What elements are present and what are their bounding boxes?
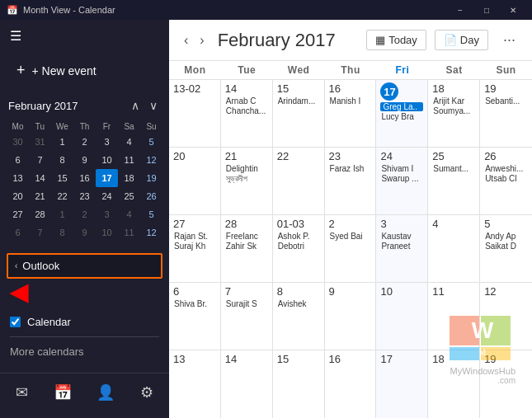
calendar-event[interactable]: Shiva Br. [173,299,216,308]
close-button[interactable]: ✕ [501,2,525,17]
mini-cal-cell[interactable]: 22 [51,187,73,205]
mini-cal-cell[interactable]: 1 [51,133,73,151]
calendar-event[interactable]: Rajan St. [173,232,216,241]
today-button[interactable]: ▦ Today [366,30,426,50]
mini-cal-nav[interactable]: ∧ ∨ [128,99,161,112]
title-bar-controls[interactable]: − □ ✕ [448,2,525,17]
prev-arrow[interactable]: ‹ [179,31,193,49]
calendar-event[interactable]: Shivam I [380,164,423,173]
mini-cal-cell[interactable]: 15 [51,169,73,187]
mini-cal-cell[interactable]: 2 [73,205,96,223]
calendar-event[interactable]: সুভ্রদীপ [225,174,268,184]
calendar-event[interactable]: Soumya... [432,106,475,115]
calendar-event[interactable]: Zahir Sk [225,242,268,251]
mini-cal-cell[interactable]: 30 [7,133,29,151]
calendar-cell[interactable]: 5Andy ApSaikat D [480,215,532,282]
mini-cal-cell[interactable]: 27 [7,205,29,223]
calendar-event[interactable]: Arnab C [225,96,268,106]
mini-cal-cell[interactable]: 3 [96,205,118,223]
mini-cal-cell[interactable]: 3 [96,133,118,151]
mini-cal-cell[interactable]: 31 [29,133,51,151]
calendar-event[interactable]: Syed Bai [329,232,372,241]
calendar-event[interactable]: Avishek [277,299,320,308]
calendar-event[interactable]: Saikat D [484,242,528,251]
calendar-cell[interactable]: 24Shivam ISwarup ... [376,148,428,214]
mini-cal-cell[interactable]: 11 [118,223,140,242]
mini-cal-cell[interactable]: 26 [140,187,162,205]
mini-cal-cell[interactable]: 18 [118,169,140,187]
mini-cal-cell[interactable]: 8 [51,151,73,169]
mini-cal-cell[interactable]: 23 [73,187,96,205]
hamburger-icon[interactable]: ☰ [10,28,21,44]
calendar-cell[interactable]: 23Faraz Ish [325,148,377,214]
calendar-cell[interactable]: 17Greg La..Lucy Bra [376,80,428,147]
mini-cal-prev[interactable]: ∧ [128,99,143,112]
mini-cal-cell[interactable]: 14 [29,169,51,187]
calendar-cell[interactable]: 28FreelancZahir Sk [221,215,273,282]
mini-cal-cell[interactable]: 6 [7,223,29,242]
mini-cal-cell[interactable]: 1 [51,205,73,223]
calendar-event[interactable]: Chancha... [225,106,268,115]
minimize-button[interactable]: − [448,2,473,17]
calendar-cell[interactable]: 19 [480,350,532,418]
calendar-cell[interactable]: 15Arindam... [273,80,325,147]
mini-cal-cell[interactable]: 4 [118,133,140,151]
calendar-event[interactable]: Anweshi... [484,164,528,173]
mini-cal-cell[interactable]: 5 [140,133,162,151]
mini-cal-cell[interactable]: 6 [7,151,29,169]
more-calendars-button[interactable]: More calendars [0,341,169,363]
calendar-cell[interactable]: 01-03Ashok P.Debotri [273,215,325,282]
calendar-event[interactable]: Freelanc [225,232,268,241]
calendar-event[interactable]: Swarup ... [380,174,423,183]
calendar-cell[interactable]: 13 [169,350,221,418]
calendar-cell[interactable]: 16 [325,350,377,418]
calendar-icon[interactable]: 📅 [47,380,78,405]
day-button[interactable]: 📄 Day [435,30,488,50]
mini-cal-cell[interactable]: 13 [7,169,29,187]
calendar-cell[interactable]: 4 [428,215,480,282]
calendar-event[interactable]: Suraj Kh [173,242,216,251]
calendar-cell[interactable]: 25Sumant... [428,148,480,214]
calendar-event[interactable]: Faraz Ish [329,164,372,173]
new-event-button[interactable]: + + New event [7,55,162,86]
calendar-cell[interactable]: 17 [376,350,428,418]
calendar-event[interactable]: Surajit S [225,299,268,308]
more-options-button[interactable]: ··· [497,30,522,50]
mini-cal-cell[interactable]: 17 [96,169,118,187]
mini-cal-cell[interactable]: 16 [73,169,96,187]
mini-cal-cell[interactable]: 2 [73,133,96,151]
calendar-cell[interactable]: 9 [325,283,377,350]
mail-icon[interactable]: ✉ [9,380,35,405]
mini-cal-cell[interactable]: 9 [73,223,96,242]
mini-cal-cell[interactable]: 24 [96,187,118,205]
outlook-button[interactable]: ‹ Outlook [7,253,162,279]
calendar-event[interactable]: Arindam... [277,96,320,106]
mini-cal-cell[interactable]: 19 [140,169,162,187]
people-icon[interactable]: 👤 [90,380,121,405]
calendar-event[interactable]: Arijit Kar [432,96,475,106]
calendar-event[interactable]: Lucy Bra [380,112,423,121]
calendar-event[interactable]: Utsab Cl [484,174,528,183]
mini-cal-cell[interactable]: 7 [29,223,51,242]
mini-cal-cell[interactable]: 4 [118,205,140,223]
calendar-event[interactable]: Sumant... [432,164,475,173]
calendar-cell[interactable]: 2Syed Bai [325,215,377,282]
mini-cal-cell[interactable]: 20 [7,187,29,205]
calendar-cell[interactable]: 7Surajit S [221,283,273,350]
calendar-cell[interactable]: 8Avishek [273,283,325,350]
calendar-cell[interactable]: 18 [428,350,480,418]
calendar-cell[interactable]: 22 [273,148,325,214]
calendar-checkbox[interactable] [10,317,21,327]
calendar-cell[interactable]: 21Delightinসুভ্রদীপ [221,148,273,214]
calendar-cell[interactable]: 16Manish I [325,80,377,147]
mini-cal-cell[interactable]: 25 [118,187,140,205]
mini-cal-cell[interactable]: 11 [118,151,140,169]
calendar-event[interactable]: Manish I [329,96,372,106]
mini-cal-cell[interactable]: 12 [140,151,162,169]
calendar-cell[interactable]: 12 [480,283,532,350]
calendar-cell[interactable]: 10 [376,283,428,350]
calendar-cell[interactable]: 6Shiva Br. [169,283,221,350]
calendar-cell[interactable]: 20 [169,148,221,214]
calendar-cell[interactable]: 27Rajan St.Suraj Kh [169,215,221,282]
calendar-cell[interactable]: 11 [428,283,480,350]
